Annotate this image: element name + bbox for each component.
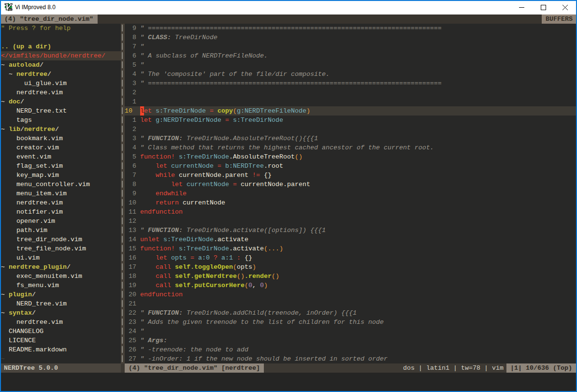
svg-text:im: im	[9, 7, 13, 11]
